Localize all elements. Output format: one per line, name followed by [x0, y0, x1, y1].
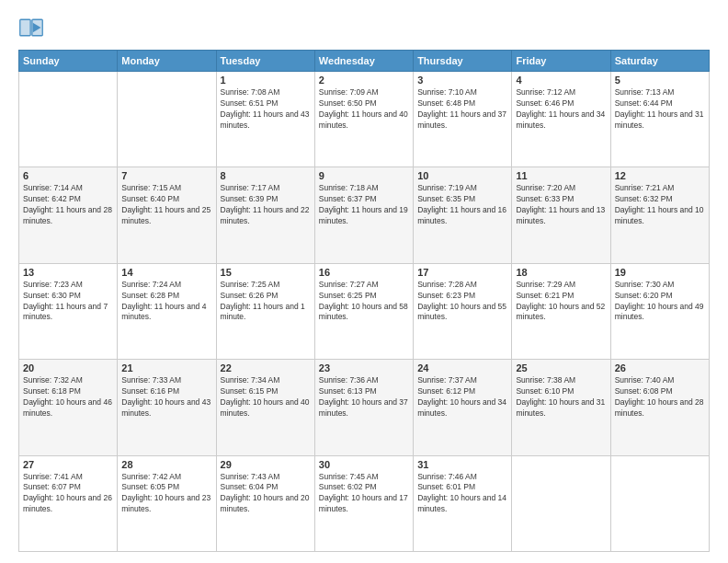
calendar-cell: 8Sunrise: 7:17 AM Sunset: 6:39 PM Daylig…	[216, 167, 314, 263]
day-number: 1	[221, 75, 311, 86]
calendar-cell: 5Sunrise: 7:13 AM Sunset: 6:44 PM Daylig…	[610, 72, 709, 167]
day-info: Sunrise: 7:17 AM Sunset: 6:39 PM Dayligh…	[221, 183, 311, 227]
day-info: Sunrise: 7:24 AM Sunset: 6:28 PM Dayligh…	[121, 280, 211, 324]
calendar-header-row: SundayMondayTuesdayWednesdayThursdayFrid…	[19, 51, 710, 72]
calendar-cell: 20Sunrise: 7:32 AM Sunset: 6:18 PM Dayli…	[19, 360, 118, 455]
calendar-cell: 1Sunrise: 7:08 AM Sunset: 6:51 PM Daylig…	[216, 72, 314, 167]
calendar-cell: 11Sunrise: 7:20 AM Sunset: 6:33 PM Dayli…	[512, 167, 610, 263]
calendar-cell: 23Sunrise: 7:36 AM Sunset: 6:13 PM Dayli…	[314, 360, 413, 455]
day-number: 21	[121, 362, 211, 373]
calendar-cell: 13Sunrise: 7:23 AM Sunset: 6:30 PM Dayli…	[19, 263, 118, 359]
day-info: Sunrise: 7:33 AM Sunset: 6:16 PM Dayligh…	[121, 375, 211, 419]
day-info: Sunrise: 7:09 AM Sunset: 6:50 PM Dayligh…	[319, 87, 409, 132]
calendar-cell: 2Sunrise: 7:09 AM Sunset: 6:50 PM Daylig…	[314, 72, 413, 167]
day-number: 17	[417, 267, 507, 278]
day-info: Sunrise: 7:37 AM Sunset: 6:12 PM Dayligh…	[417, 375, 507, 419]
day-number: 3	[417, 75, 507, 86]
day-number: 10	[417, 170, 507, 181]
calendar-cell: 27Sunrise: 7:41 AM Sunset: 6:07 PM Dayli…	[19, 455, 118, 551]
calendar-cell: 16Sunrise: 7:27 AM Sunset: 6:25 PM Dayli…	[314, 263, 413, 359]
calendar-cell	[610, 455, 709, 551]
page: SundayMondayTuesdayWednesdayThursdayFrid…	[0, 0, 728, 563]
day-info: Sunrise: 7:34 AM Sunset: 6:15 PM Dayligh…	[221, 375, 311, 419]
day-info: Sunrise: 7:10 AM Sunset: 6:48 PM Dayligh…	[417, 87, 507, 132]
calendar-week-row: 27Sunrise: 7:41 AM Sunset: 6:07 PM Dayli…	[19, 455, 710, 551]
day-number: 28	[121, 459, 211, 470]
calendar-cell: 4Sunrise: 7:12 AM Sunset: 6:46 PM Daylig…	[512, 72, 610, 167]
day-number: 26	[615, 362, 705, 373]
day-number: 15	[221, 267, 311, 278]
day-number: 27	[23, 459, 113, 470]
day-number: 8	[221, 170, 311, 181]
calendar-cell: 6Sunrise: 7:14 AM Sunset: 6:42 PM Daylig…	[19, 167, 118, 263]
day-info: Sunrise: 7:19 AM Sunset: 6:35 PM Dayligh…	[417, 183, 507, 227]
calendar-cell: 28Sunrise: 7:42 AM Sunset: 6:05 PM Dayli…	[118, 455, 216, 551]
calendar-week-row: 1Sunrise: 7:08 AM Sunset: 6:51 PM Daylig…	[19, 72, 710, 167]
day-number: 11	[516, 170, 606, 181]
calendar-cell: 19Sunrise: 7:30 AM Sunset: 6:20 PM Dayli…	[610, 263, 709, 359]
day-info: Sunrise: 7:42 AM Sunset: 6:05 PM Dayligh…	[121, 472, 211, 516]
calendar-cell: 9Sunrise: 7:18 AM Sunset: 6:37 PM Daylig…	[314, 167, 413, 263]
day-info: Sunrise: 7:43 AM Sunset: 6:04 PM Dayligh…	[221, 472, 311, 516]
day-number: 30	[319, 459, 409, 470]
day-info: Sunrise: 7:30 AM Sunset: 6:20 PM Dayligh…	[615, 280, 705, 324]
day-number: 20	[23, 362, 113, 373]
day-info: Sunrise: 7:18 AM Sunset: 6:37 PM Dayligh…	[319, 183, 409, 227]
day-info: Sunrise: 7:12 AM Sunset: 6:46 PM Dayligh…	[516, 87, 606, 132]
day-number: 7	[121, 170, 211, 181]
day-number: 29	[221, 459, 311, 470]
day-number: 2	[319, 75, 409, 86]
calendar-cell: 24Sunrise: 7:37 AM Sunset: 6:12 PM Dayli…	[414, 360, 512, 455]
day-info: Sunrise: 7:27 AM Sunset: 6:25 PM Dayligh…	[319, 280, 409, 324]
calendar-cell: 21Sunrise: 7:33 AM Sunset: 6:16 PM Dayli…	[118, 360, 216, 455]
calendar-week-row: 13Sunrise: 7:23 AM Sunset: 6:30 PM Dayli…	[19, 263, 710, 359]
calendar-cell: 10Sunrise: 7:19 AM Sunset: 6:35 PM Dayli…	[414, 167, 512, 263]
calendar-cell: 14Sunrise: 7:24 AM Sunset: 6:28 PM Dayli…	[118, 263, 216, 359]
day-number: 31	[417, 459, 507, 470]
day-info: Sunrise: 7:38 AM Sunset: 6:10 PM Dayligh…	[516, 375, 606, 419]
day-info: Sunrise: 7:15 AM Sunset: 6:40 PM Dayligh…	[121, 183, 211, 227]
day-number: 22	[221, 362, 311, 373]
day-header-saturday: Saturday	[610, 51, 709, 72]
day-number: 25	[516, 362, 606, 373]
day-info: Sunrise: 7:08 AM Sunset: 6:51 PM Dayligh…	[221, 87, 311, 132]
calendar-cell: 7Sunrise: 7:15 AM Sunset: 6:40 PM Daylig…	[118, 167, 216, 263]
calendar-cell: 29Sunrise: 7:43 AM Sunset: 6:04 PM Dayli…	[216, 455, 314, 551]
day-number: 9	[319, 170, 409, 181]
calendar-cell: 25Sunrise: 7:38 AM Sunset: 6:10 PM Dayli…	[512, 360, 610, 455]
day-info: Sunrise: 7:20 AM Sunset: 6:33 PM Dayligh…	[516, 183, 606, 227]
calendar-cell: 17Sunrise: 7:28 AM Sunset: 6:23 PM Dayli…	[414, 263, 512, 359]
day-number: 19	[615, 267, 705, 278]
day-info: Sunrise: 7:28 AM Sunset: 6:23 PM Dayligh…	[417, 280, 507, 324]
calendar-week-row: 20Sunrise: 7:32 AM Sunset: 6:18 PM Dayli…	[19, 360, 710, 455]
day-number: 16	[319, 267, 409, 278]
day-number: 4	[516, 75, 606, 86]
day-header-monday: Monday	[118, 51, 216, 72]
day-info: Sunrise: 7:21 AM Sunset: 6:32 PM Dayligh…	[615, 183, 705, 227]
calendar-table: SundayMondayTuesdayWednesdayThursdayFrid…	[18, 50, 710, 552]
day-info: Sunrise: 7:25 AM Sunset: 6:26 PM Dayligh…	[221, 280, 311, 324]
calendar-cell	[19, 72, 118, 167]
day-info: Sunrise: 7:41 AM Sunset: 6:07 PM Dayligh…	[23, 472, 113, 516]
day-number: 12	[615, 170, 705, 181]
calendar-cell	[512, 455, 610, 551]
day-header-sunday: Sunday	[19, 51, 118, 72]
day-number: 24	[417, 362, 507, 373]
day-info: Sunrise: 7:14 AM Sunset: 6:42 PM Dayligh…	[23, 183, 113, 227]
day-info: Sunrise: 7:32 AM Sunset: 6:18 PM Dayligh…	[23, 375, 113, 419]
calendar-cell: 31Sunrise: 7:46 AM Sunset: 6:01 PM Dayli…	[414, 455, 512, 551]
calendar-cell: 26Sunrise: 7:40 AM Sunset: 6:08 PM Dayli…	[610, 360, 709, 455]
day-header-friday: Friday	[512, 51, 610, 72]
calendar-cell: 18Sunrise: 7:29 AM Sunset: 6:21 PM Dayli…	[512, 263, 610, 359]
calendar-cell: 15Sunrise: 7:25 AM Sunset: 6:26 PM Dayli…	[216, 263, 314, 359]
day-number: 18	[516, 267, 606, 278]
day-number: 6	[23, 170, 113, 181]
calendar-cell: 3Sunrise: 7:10 AM Sunset: 6:48 PM Daylig…	[414, 72, 512, 167]
calendar-week-row: 6Sunrise: 7:14 AM Sunset: 6:42 PM Daylig…	[19, 167, 710, 263]
calendar-cell: 30Sunrise: 7:45 AM Sunset: 6:02 PM Dayli…	[314, 455, 413, 551]
day-header-thursday: Thursday	[414, 51, 512, 72]
day-number: 13	[23, 267, 113, 278]
calendar-cell: 22Sunrise: 7:34 AM Sunset: 6:15 PM Dayli…	[216, 360, 314, 455]
logo-icon	[18, 15, 44, 40]
day-info: Sunrise: 7:36 AM Sunset: 6:13 PM Dayligh…	[319, 375, 409, 419]
